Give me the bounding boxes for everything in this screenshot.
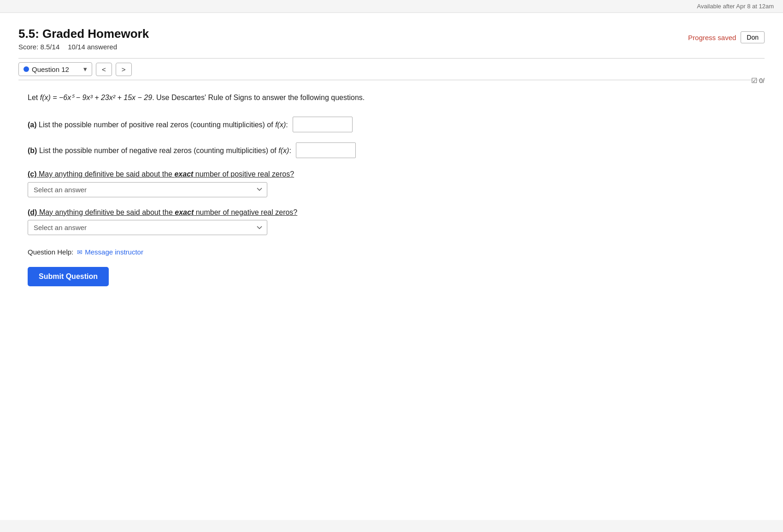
part-a: (a) List the possible number of positive… (28, 117, 755, 132)
envelope-icon: ✉ (77, 248, 82, 256)
part-b-text: List the possible number of negative rea… (39, 147, 291, 154)
part-c-text: May anything definitive be said about th… (39, 170, 294, 178)
progress-saved-area: Progress saved Don (688, 31, 765, 43)
part-b-label: (b) (28, 147, 37, 154)
part-d: (d) May anything definitive be said abou… (28, 207, 755, 236)
prev-question-button[interactable]: < (96, 63, 112, 76)
part-b: (b) List the possible number of negative… (28, 142, 755, 158)
checkbox-icon: ☑ (751, 77, 757, 85)
question-content: Let f(x) = −6x⁵ − 9x³ + 23x² + 15x − 29.… (18, 91, 765, 286)
score-badge-text: 0/ (759, 77, 765, 84)
part-c-question: (c) May anything definitive be said abou… (28, 170, 294, 178)
part-a-text: List the possible number of positive rea… (39, 121, 288, 129)
help-label: Question Help: (28, 248, 73, 256)
submit-question-button[interactable]: Submit Question (28, 267, 109, 286)
part-b-input[interactable] (296, 142, 356, 158)
progress-saved-text: Progress saved (688, 34, 736, 41)
math-function: f(x) = −6x⁵ − 9x³ + 23x² + 15x − 29 (40, 94, 152, 101)
part-a-input[interactable] (293, 117, 353, 132)
question-label: Question 12 (32, 65, 69, 73)
message-instructor-link[interactable]: ✉ Message instructor (77, 248, 143, 256)
question-help: Question Help: ✉ Message instructor (28, 248, 755, 256)
done-button[interactable]: Don (741, 31, 765, 43)
dropdown-chevron-icon: ▾ (83, 65, 87, 73)
question-nav: Question 12 ▾ < > (18, 58, 765, 80)
part-d-select-wrapper: Select an answer Yes No (28, 220, 755, 235)
part-c-label: (c) (28, 170, 37, 178)
problem-statement: Let f(x) = −6x⁵ − 9x³ + 23x² + 15x − 29.… (28, 91, 755, 104)
part-d-label: (d) (28, 208, 37, 216)
top-bar: Available after Apr 8 at 12am (0, 0, 783, 13)
score-text: Score: 8.5/14 (18, 43, 59, 51)
page-title: 5.5: Graded Homework (18, 27, 765, 41)
page-header: 5.5: Graded Homework Score: 8.5/14 10/14… (18, 27, 765, 51)
part-c-select[interactable]: Select an answer Yes No (28, 182, 267, 197)
part-d-question: (d) May anything definitive be said abou… (28, 208, 297, 216)
question-score-badge: ☑ 0/ (751, 77, 765, 85)
part-d-select[interactable]: Select an answer Yes No (28, 220, 267, 235)
answered-text: 10/14 answered (68, 43, 117, 51)
question-selector[interactable]: Question 12 ▾ (18, 62, 92, 76)
next-question-button[interactable]: > (116, 63, 132, 76)
part-c: (c) May anything definitive be said abou… (28, 168, 755, 197)
score-line: Score: 8.5/14 10/14 answered (18, 43, 765, 51)
part-c-select-wrapper: Select an answer Yes No (28, 182, 755, 197)
part-a-label: (a) (28, 121, 37, 129)
message-instructor-text: Message instructor (85, 248, 143, 256)
part-d-text: May anything definitive be said about th… (39, 208, 297, 216)
main-container: Progress saved Don 5.5: Graded Homework … (0, 13, 783, 520)
availability-text: Available after Apr 8 at 12am (697, 3, 774, 10)
question-dot (24, 66, 29, 72)
